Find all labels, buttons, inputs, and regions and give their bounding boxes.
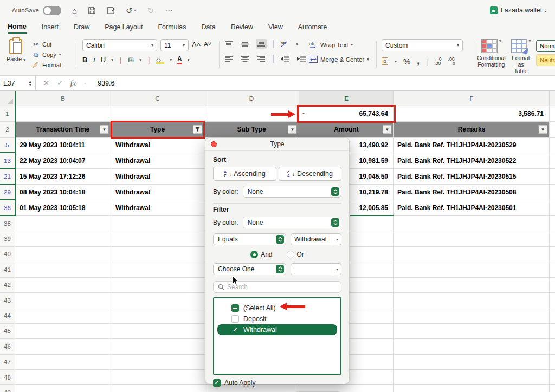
list-item-deposit[interactable]: Deposit: [216, 313, 338, 324]
row-number[interactable]: 29: [0, 185, 15, 200]
copy-button[interactable]: ⧉Copy ▾: [32, 49, 61, 60]
cell-time[interactable]: 15 May 2023 17:12:26: [15, 169, 111, 185]
column-header-c[interactable]: C: [111, 91, 204, 106]
cell[interactable]: [394, 324, 550, 339]
format-painter-button[interactable]: 🖉Format: [32, 60, 61, 70]
cell[interactable]: [15, 262, 111, 277]
cell-f1[interactable]: 3,586.71: [394, 106, 550, 122]
row-number[interactable]: 13: [0, 153, 15, 169]
combo-dropdown-icon[interactable]: ▼: [333, 264, 341, 275]
cell[interactable]: [15, 355, 111, 370]
filter-condition2-select[interactable]: Choose One: [213, 263, 286, 275]
row-number[interactable]: 46: [0, 339, 15, 354]
font-color-icon[interactable]: A: [177, 55, 182, 64]
cell[interactable]: [15, 308, 111, 323]
document-title[interactable]: Lazada.wallet ⌄: [490, 6, 547, 14]
cell[interactable]: [394, 262, 550, 277]
cell-remarks[interactable]: Paid. Bank Ref. TH1JHJP4AI-20230501: [394, 200, 550, 216]
borders-icon[interactable]: ⊞: [128, 56, 134, 64]
cell-time[interactable]: 01 May 2023 10:05:18: [15, 200, 111, 216]
name-box[interactable]: E37 ▲▼: [0, 76, 36, 91]
row-number[interactable]: 43: [0, 293, 15, 308]
filter-value-combo[interactable]: Withdrawal ▼: [291, 233, 341, 245]
increase-indent-icon[interactable]: [296, 54, 307, 63]
cell[interactable]: [394, 339, 550, 354]
cell[interactable]: [394, 308, 550, 323]
cell[interactable]: [15, 216, 111, 231]
filter-dropdown-icon[interactable]: ▼: [383, 125, 392, 134]
cell-type[interactable]: Withdrawal: [111, 138, 204, 153]
increase-decimal-icon[interactable]: ←0.00: [434, 57, 441, 66]
filter-condition-select[interactable]: Equals: [213, 233, 286, 245]
bold-button[interactable]: B: [82, 56, 87, 64]
cell[interactable]: [111, 262, 204, 277]
cell-time[interactable]: 08 May 2023 10:04:18: [15, 185, 111, 200]
sort-ascending-button[interactable]: AZ ↓ Ascending: [213, 167, 276, 181]
cell[interactable]: [111, 355, 204, 370]
align-center-icon[interactable]: [240, 54, 250, 63]
save-icon[interactable]: [88, 6, 96, 15]
row-number[interactable]: 38: [0, 216, 15, 231]
row-number[interactable]: 44: [0, 308, 15, 323]
tab-home[interactable]: Home: [8, 23, 27, 34]
cell-type[interactable]: Withdrawal: [111, 153, 204, 169]
row-number[interactable]: 49: [0, 385, 15, 392]
cell[interactable]: [394, 293, 550, 308]
redo-icon[interactable]: ↻: [147, 6, 154, 15]
close-icon[interactable]: [211, 141, 217, 147]
paste-button[interactable]: Paste ▾: [7, 39, 25, 73]
orientation-icon[interactable]: ab: [280, 39, 291, 49]
header-remarks[interactable]: Remarks ▼: [394, 122, 550, 138]
align-left-icon[interactable]: [223, 54, 234, 63]
tab-page-layout[interactable]: Page Layout: [105, 23, 143, 33]
merge-center-button[interactable]: Merge & Center ▾: [309, 56, 369, 63]
auto-apply-checkbox[interactable]: Auto Apply: [213, 379, 341, 387]
autosave-toggle[interactable]: [43, 6, 61, 15]
row-number[interactable]: 21: [0, 169, 15, 185]
font-name-select[interactable]: Calibri▾: [82, 39, 157, 51]
cell-remarks[interactable]: Paid. Bank Ref. TH1JHJP4AI-20230508: [394, 185, 550, 200]
tab-formulas[interactable]: Formulas: [158, 23, 186, 33]
comma-icon[interactable]: ,: [417, 56, 420, 67]
sort-descending-button[interactable]: ZA ↓ Descending: [279, 167, 342, 181]
cell[interactable]: [15, 324, 111, 339]
cell[interactable]: [111, 370, 204, 385]
column-header-f[interactable]: F: [394, 91, 550, 106]
column-header-b[interactable]: B: [15, 91, 111, 106]
decrease-decimal-icon[interactable]: .00→0: [448, 57, 455, 66]
row-number[interactable]: 45: [0, 324, 15, 339]
cell[interactable]: [111, 324, 204, 339]
cell-type[interactable]: Withdrawal: [111, 200, 204, 216]
tab-data[interactable]: Data: [201, 23, 215, 33]
row-number[interactable]: 39: [0, 231, 15, 246]
cell-remarks[interactable]: Paid. Bank Ref. TH1JHJP4AI-20230515: [394, 169, 550, 185]
number-format-select[interactable]: Custom▾: [382, 39, 463, 51]
cell[interactable]: [111, 231, 204, 246]
fill-color-icon[interactable]: ◇: [156, 56, 164, 64]
align-top-icon[interactable]: [223, 39, 234, 49]
cell-style-normal[interactable]: Normal: [536, 40, 555, 52]
sort-by-color-select[interactable]: None: [243, 186, 341, 198]
combo-dropdown-icon[interactable]: ▼: [333, 234, 341, 245]
cut-button[interactable]: ✂Cut: [32, 39, 61, 49]
cell-time[interactable]: 29 May 2023 10:04:11: [15, 138, 111, 153]
name-box-stepper[interactable]: ▲▼: [29, 80, 32, 87]
cell[interactable]: [111, 247, 204, 262]
select-all-corner[interactable]: [0, 91, 15, 106]
cell[interactable]: [394, 355, 550, 370]
search-input[interactable]: [227, 283, 337, 291]
cell[interactable]: [15, 370, 111, 385]
column-header-e[interactable]: E: [299, 91, 394, 106]
cell[interactable]: [15, 339, 111, 354]
column-header-d[interactable]: D: [204, 91, 299, 106]
cell-type[interactable]: Withdrawal: [111, 169, 204, 185]
cell-time[interactable]: 22 May 2023 10:04:07: [15, 153, 111, 169]
cell[interactable]: [111, 339, 204, 354]
cell[interactable]: [394, 216, 550, 231]
and-radio[interactable]: And: [250, 251, 272, 258]
header-transaction-time[interactable]: Transaction Time ▼: [15, 122, 111, 138]
percent-icon[interactable]: %: [403, 57, 410, 66]
cell[interactable]: [15, 231, 111, 246]
conditional-formatting-button[interactable]: ▾ Conditional Formatting: [477, 39, 506, 73]
italic-button[interactable]: I: [93, 56, 95, 64]
